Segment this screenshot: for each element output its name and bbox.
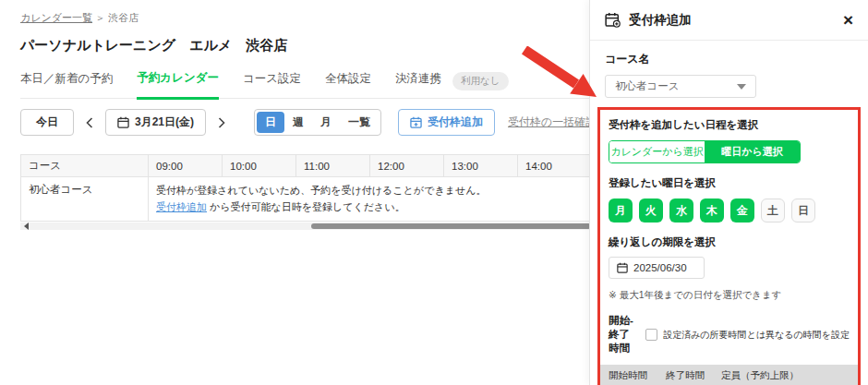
weekday-select-label: 登録したい曜日を選択 <box>609 176 850 190</box>
tab-bar: 本日／新着の予約 予約カレンダー コース設定 全体設定 決済連携 利用なし <box>20 70 591 99</box>
repeat-date-picker[interactable]: 2025/06/30 <box>609 257 705 279</box>
weekday-chip-sun[interactable]: 日 <box>791 199 815 223</box>
date-picker-button[interactable]: 3月21日(金) <box>105 109 206 136</box>
view-week-segment[interactable]: 週 <box>284 112 312 133</box>
add-slot-inline-link[interactable]: 受付枠追加 <box>156 201 207 212</box>
course-select-value: 初心者コース <box>615 79 680 93</box>
empty-slots-message-line2: から受付可能な日時を登録してください。 <box>207 201 405 212</box>
view-month-segment[interactable]: 月 <box>312 112 340 133</box>
column-header-1100: 11:00 <box>296 155 370 177</box>
add-slot-drawer: 受付枠追加 × コース名 初心者コース 受付枠を追加したい日程を選択 カレンダー… <box>589 0 868 385</box>
add-slot-button[interactable]: 受付枠追加 <box>398 109 495 136</box>
course-name-cell: 初心者コース <box>21 177 149 222</box>
weekday-chip-group: 月 火 水 木 金 土 日 <box>609 199 850 223</box>
select-from-calendar-segment[interactable]: カレンダーから選択 <box>609 141 705 162</box>
chevron-right-icon <box>218 117 225 128</box>
breadcrumb-current: 渋谷店 <box>108 12 139 23</box>
custom-duration-checkbox[interactable] <box>645 329 657 341</box>
view-mode-toggle: 日 週 月 一覧 <box>254 109 381 136</box>
chevron-left-icon <box>86 117 93 128</box>
breadcrumb-calendar-list-link[interactable]: カレンダー一覧 <box>20 12 92 23</box>
horizontal-scrollbar[interactable] <box>20 223 591 230</box>
weekday-chip-sat[interactable]: 土 <box>761 199 785 223</box>
current-date-label: 3月21日(金) <box>135 114 194 130</box>
select-from-weekday-segment[interactable]: 曜日から選択 <box>705 141 800 162</box>
column-header-1300: 13:00 <box>444 155 518 177</box>
custom-duration-checkbox-label: 設定済みの所要時間とは異なるの時間を設定 <box>663 329 850 342</box>
calendar-icon <box>117 116 129 128</box>
tab-course-settings[interactable]: コース設定 <box>243 71 301 98</box>
time-range-header: 開始-終了時間 設定済みの所要時間とは異なるの時間を設定 <box>609 314 850 355</box>
drawer-header: 受付枠追加 × <box>590 0 868 41</box>
empty-slots-message-line1: 受付枠が登録されていないため、予約を受け付けることができません。 <box>156 185 486 196</box>
repeat-limit-label: 繰り返しの期限を選択 <box>609 235 850 249</box>
table-row: 初心者コース 受付枠が登録されていないため、予約を受け付けることができません。 … <box>21 177 592 222</box>
payment-unused-badge: 利用なし <box>452 72 509 90</box>
add-slot-button-label: 受付枠追加 <box>428 114 483 130</box>
column-header-1000: 10:00 <box>223 155 296 177</box>
weekday-chip-tue[interactable]: 火 <box>639 199 663 223</box>
weekday-chip-fri[interactable]: 金 <box>730 199 754 223</box>
breadcrumb-separator: ＞ <box>95 12 105 23</box>
tab-reservation-calendar[interactable]: 予約カレンダー <box>137 70 219 100</box>
tab-today-reservations[interactable]: 本日／新着の予約 <box>20 71 113 98</box>
tab-payment-link[interactable]: 決済連携 <box>395 71 441 98</box>
prev-day-button[interactable] <box>79 113 100 133</box>
course-name-label: コース名 <box>605 52 853 67</box>
date-select-label: 受付枠を追加したい日程を選択 <box>609 118 850 132</box>
view-list-segment[interactable]: 一覧 <box>340 112 379 133</box>
drawer-body: コース名 初心者コース 受付枠を追加したい日程を選択 カレンダーから選択 曜日か… <box>590 41 868 385</box>
end-time-header: 終了時間 <box>666 369 721 382</box>
date-select-toggle: カレンダーから選択 曜日から選択 <box>609 140 801 163</box>
column-header-1400: 14:00 <box>518 155 592 177</box>
view-day-segment[interactable]: 日 <box>257 112 284 133</box>
column-header-1200: 12:00 <box>370 155 444 177</box>
course-select[interactable]: 初心者コース <box>605 75 756 98</box>
weekday-chip-thu[interactable]: 木 <box>700 199 724 223</box>
empty-slots-message-cell: 受付枠が登録されていないため、予約を受け付けることができません。 受付枠追加 か… <box>149 177 592 222</box>
scroll-left-arrow-icon[interactable] <box>24 223 29 230</box>
day-schedule-table: コース 09:00 10:00 11:00 12:00 13:00 14:00 … <box>20 154 592 222</box>
column-header-0900: 09:00 <box>149 155 223 177</box>
capacity-header: 定員（予約上限） <box>721 369 799 382</box>
time-range-label: 開始-終了時間 <box>609 314 636 355</box>
drawer-title: 受付枠追加 <box>629 12 692 29</box>
tab-global-settings[interactable]: 全体設定 <box>325 71 371 98</box>
repeat-date-value: 2025/06/30 <box>633 262 687 273</box>
chevron-down-icon <box>737 84 746 90</box>
close-icon[interactable]: × <box>843 11 853 29</box>
weekday-chip-mon[interactable]: 月 <box>609 199 633 223</box>
column-header-course: コース <box>21 155 149 177</box>
time-table-header: 開始時間 終了時間 定員（予約上限） <box>600 365 858 385</box>
today-button[interactable]: 今日 <box>20 109 74 136</box>
start-time-header: 開始時間 <box>609 369 666 382</box>
calendar-plus-icon <box>410 116 422 128</box>
weekday-chip-wed[interactable]: 水 <box>669 199 693 223</box>
next-day-button[interactable] <box>211 113 232 133</box>
calendar-icon <box>617 262 628 273</box>
max-one-year-note: ※ 最大1年後までの日付を選択できます <box>609 289 850 302</box>
calendar-plus-icon <box>605 12 621 28</box>
highlighted-section: 受付枠を追加したい日程を選択 カレンダーから選択 曜日から選択 登録したい曜日を… <box>597 107 861 385</box>
table-header-row: コース 09:00 10:00 11:00 12:00 13:00 14:00 <box>21 155 592 177</box>
scrollbar-thumb[interactable] <box>311 223 591 229</box>
